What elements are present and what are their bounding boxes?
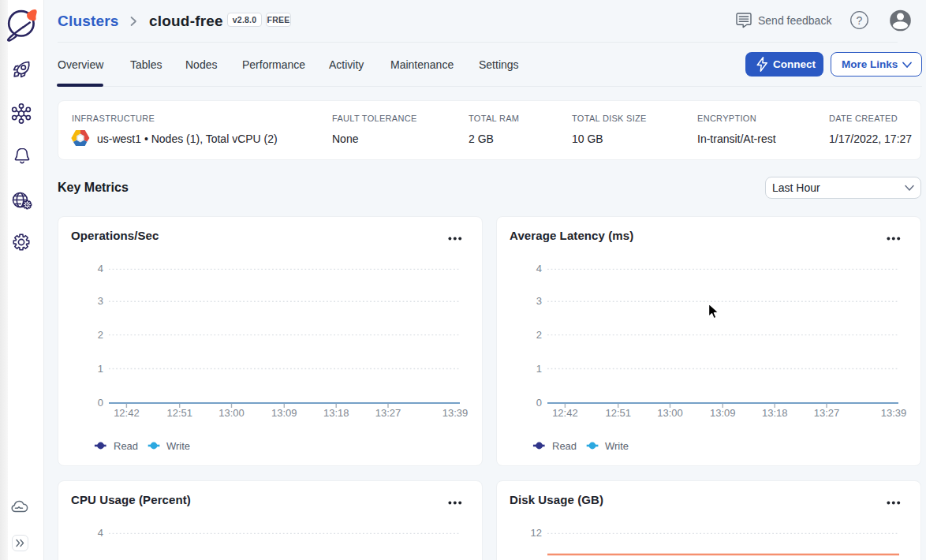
svg-text:4: 4 [98, 527, 103, 539]
svg-text:13:09: 13:09 [271, 407, 297, 419]
svg-text:12: 12 [531, 527, 542, 539]
svg-text:1: 1 [536, 363, 542, 375]
svg-text:2: 2 [98, 329, 103, 341]
svg-text:4: 4 [536, 263, 542, 274]
svg-text:13:27: 13:27 [814, 407, 840, 419]
svg-text:3: 3 [536, 295, 542, 307]
svg-text:13:00: 13:00 [657, 407, 683, 419]
svg-text:13:18: 13:18 [762, 407, 788, 419]
svg-text:12:51: 12:51 [605, 407, 631, 419]
svg-text:0: 0 [536, 397, 542, 409]
svg-text:13:39: 13:39 [442, 407, 469, 419]
svg-text:12:42: 12:42 [552, 407, 578, 419]
svg-text:12:51: 12:51 [166, 407, 192, 419]
svg-text:13:00: 13:00 [218, 407, 245, 419]
svg-text:3: 3 [98, 295, 103, 307]
svg-text:2: 2 [536, 329, 542, 341]
svg-text:4: 4 [98, 263, 103, 274]
svg-text:13:18: 13:18 [323, 407, 349, 419]
svg-text:13:09: 13:09 [710, 407, 736, 419]
svg-text:1: 1 [98, 363, 103, 375]
svg-text:13:39: 13:39 [881, 407, 907, 419]
svg-text:0: 0 [98, 397, 103, 409]
svg-text:12:42: 12:42 [114, 407, 140, 419]
svg-text:13:27: 13:27 [375, 407, 401, 419]
